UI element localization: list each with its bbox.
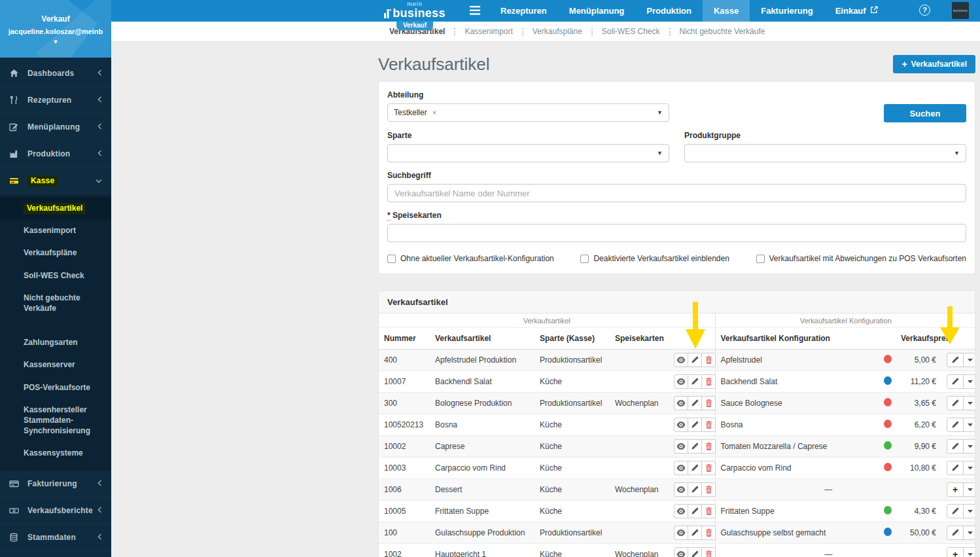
edit-button[interactable] — [688, 504, 702, 518]
edit-button[interactable] — [688, 439, 702, 454]
hamburger-icon[interactable] — [470, 6, 480, 18]
topnav-item-kasse[interactable]: Kasse — [703, 0, 750, 22]
dropdown-button[interactable] — [963, 482, 975, 497]
sidebar-item-zahlungsarten[interactable]: Zahlungsarten — [0, 331, 111, 353]
sidebar-item-kassensysteme[interactable]: Kassensysteme — [0, 442, 111, 464]
edit-button[interactable] — [688, 461, 702, 475]
edit-config-button[interactable] — [947, 461, 964, 475]
checkbox-box[interactable] — [580, 255, 589, 263]
topnav-item-produktion[interactable]: Produktion — [635, 0, 703, 22]
sidebar-item-kassenimport[interactable]: Kassenimport — [0, 219, 111, 242]
dropdown-button[interactable] — [963, 461, 975, 475]
view-button[interactable] — [674, 439, 688, 454]
sidebar-item-nicht-gebuchte-verkäufe[interactable]: Nicht gebuchte Verkäufe — [0, 287, 111, 319]
cell-verkaufspreis: 3,65 € — [896, 393, 941, 414]
edit-button[interactable] — [688, 418, 702, 432]
topnav-item-einkauf[interactable]: Einkauf — [824, 0, 889, 22]
sidebar-item-verkaufsartikel[interactable]: Verkaufsartikel — [0, 197, 111, 219]
corp-badge-icon[interactable]: business — [952, 2, 969, 19]
view-button[interactable] — [674, 374, 688, 389]
view-button[interactable] — [674, 526, 688, 540]
edit-config-button[interactable] — [947, 374, 964, 389]
sidebar-item-pos-verkaufsorte[interactable]: POS-Verkaufsorte — [0, 376, 111, 399]
dropdown-button[interactable] — [963, 504, 975, 518]
sidebar-item-rezepturen[interactable]: Rezepturen — [0, 87, 111, 114]
view-button[interactable] — [674, 482, 688, 497]
sparte-select[interactable]: ▼ — [387, 144, 669, 162]
delete-button[interactable] — [701, 353, 716, 367]
delete-button[interactable] — [701, 482, 716, 497]
sidebar-item-stammdaten[interactable]: Stammdaten — [0, 524, 111, 551]
sidebar-item-shop-verwaltung[interactable]: Shop Verwaltung — [0, 551, 111, 557]
dropdown-button[interactable] — [963, 396, 975, 410]
view-button[interactable] — [674, 396, 688, 410]
delete-button[interactable] — [701, 439, 716, 454]
subnav-item-kassenimport[interactable]: Kassenimport — [464, 27, 512, 36]
delete-button[interactable] — [701, 374, 716, 389]
delete-button[interactable] — [701, 547, 716, 557]
delete-button[interactable] — [701, 526, 716, 540]
edit-config-button[interactable] — [947, 439, 964, 454]
dropdown-button[interactable] — [963, 418, 975, 432]
sidebar-item-verkaufspläne[interactable]: Verkaufspläne — [0, 242, 111, 264]
help-icon[interactable]: ? — [919, 5, 930, 16]
edit-button[interactable] — [688, 482, 702, 497]
add-config-button[interactable]: + — [947, 547, 964, 557]
sidebar-item-kassenhersteller-stammdaten-synchronisierung[interactable]: Kassenhersteller Stammdaten-Synchronisie… — [0, 399, 111, 442]
produktgruppe-select[interactable]: ▼ — [684, 144, 966, 162]
sidebar-item-verkaufsberichte[interactable]: Verkaufsberichte — [0, 497, 111, 524]
remove-chip-icon[interactable]: × — [432, 109, 436, 117]
subnav-item-verkaufspläne[interactable]: Verkaufspläne — [533, 27, 582, 36]
edit-config-button[interactable] — [947, 526, 964, 540]
edit-button[interactable] — [688, 353, 702, 367]
view-button[interactable] — [674, 504, 688, 518]
sidebar-item-kassenserver[interactable]: Kassenserver — [0, 353, 111, 376]
add-verkaufsartikel-button[interactable]: + Verkaufsartikel — [893, 55, 975, 73]
sidebar-item-kasse[interactable]: Kasse — [0, 168, 111, 194]
add-config-button[interactable]: + — [947, 482, 964, 497]
delete-button[interactable] — [701, 504, 716, 518]
sidebar-item-produktion[interactable]: Produktion — [0, 141, 111, 168]
checkbox-ohne-aktueller-verkaufsartikel-konfiguration[interactable]: Ohne aktueller Verkaufsartikel-Konfigura… — [387, 254, 554, 263]
delete-button[interactable] — [701, 396, 716, 410]
view-button[interactable] — [674, 353, 688, 367]
delete-button[interactable] — [701, 418, 716, 432]
edit-button[interactable] — [688, 396, 702, 410]
topnav-item-rezepturen[interactable]: Rezepturen — [489, 0, 558, 22]
view-button[interactable] — [674, 547, 688, 557]
dropdown-button[interactable] — [963, 353, 975, 367]
dropdown-button[interactable] — [963, 374, 975, 389]
abteilung-select[interactable]: Testkeller × ▼ — [387, 103, 669, 122]
edit-config-button[interactable] — [947, 418, 964, 432]
brand-logo[interactable]: mein business Verkauf — [381, 0, 448, 30]
user-menu[interactable]: Verkauf jacqueline.koloszar@meinb ▼ — [0, 0, 111, 58]
sidebar-item-soll-wes-check[interactable]: Soll-WES Check — [0, 264, 111, 287]
sidebar-item-dashboards[interactable]: Dashboards — [0, 60, 111, 87]
checkbox-verkaufsartikel-mit-abweichungen-zu-pos-verkaufsorten[interactable]: Verkaufsartikel mit Abweichungen zu POS … — [756, 254, 967, 263]
edit-config-button[interactable] — [947, 504, 964, 518]
checkbox-box[interactable] — [387, 255, 396, 263]
topnav-item-fakturierung[interactable]: Fakturierung — [750, 0, 824, 22]
speisekarten-input[interactable] — [387, 224, 966, 242]
suchen-button[interactable]: Suchen — [884, 104, 966, 122]
checkbox-box[interactable] — [756, 255, 765, 263]
subnav-item-soll-wes-check[interactable]: Soll-WES Check — [602, 27, 660, 36]
subnav-item-nicht-gebuchte-verkäufe[interactable]: Nicht gebuchte Verkäufe — [680, 27, 765, 36]
edit-button[interactable] — [688, 547, 702, 557]
suchbegriff-input[interactable] — [387, 184, 966, 202]
view-button[interactable] — [674, 418, 688, 432]
edit-button[interactable] — [688, 526, 702, 540]
topnav-item-menüplanung[interactable]: Menüplanung — [558, 0, 636, 22]
view-button[interactable] — [674, 461, 688, 475]
edit-button[interactable] — [688, 374, 702, 389]
sidebar-item-fakturierung[interactable]: Fakturierung — [0, 471, 111, 497]
edit-config-button[interactable] — [947, 396, 964, 410]
dropdown-button[interactable] — [963, 526, 975, 540]
cell-sparte: Küche — [534, 501, 610, 522]
sidebar-item-menüplanung[interactable]: Menüplanung — [0, 114, 111, 141]
checkbox-deaktivierte-verkaufsartikel-einblenden[interactable]: Deaktivierte Verkaufsartikel einblenden — [580, 254, 729, 263]
delete-button[interactable] — [701, 461, 716, 475]
dropdown-button[interactable] — [963, 439, 975, 454]
edit-config-button[interactable] — [947, 353, 964, 367]
dropdown-button[interactable] — [963, 547, 975, 557]
